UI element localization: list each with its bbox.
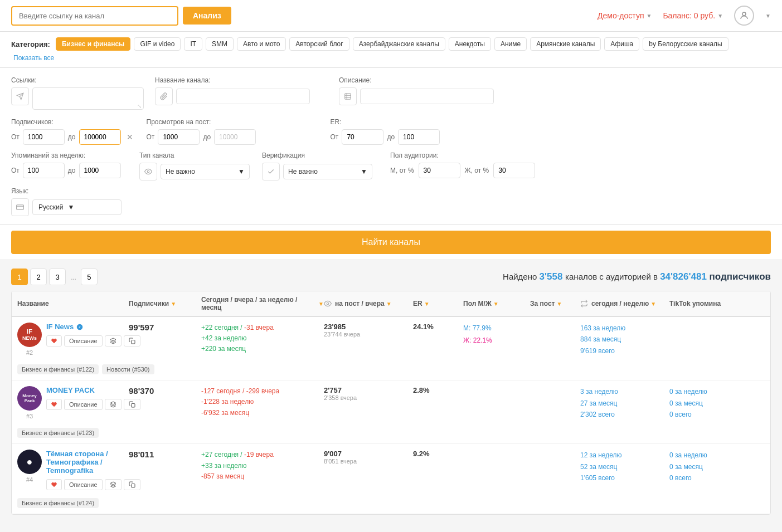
balance-btn[interactable]: Баланс: 0 руб. ▼ — [663, 11, 723, 20]
category-bel-btn[interactable]: by Белорусские каналы — [643, 37, 728, 51]
channel-name-if-news-link[interactable]: IF News — [46, 323, 74, 331]
page-5-btn[interactable]: 5 — [81, 269, 98, 285]
description-money-pack-btn[interactable]: Описание — [64, 399, 103, 410]
copy-money-pack-btn[interactable] — [124, 399, 140, 410]
views-dark-side: 9'007 8'051 вчера — [324, 450, 413, 465]
copy-dark-side-btn[interactable] — [124, 479, 140, 490]
action-btns-money-pack: Описание — [46, 399, 140, 410]
mentions-range: От до — [11, 163, 128, 178]
gender-if-news: М: 77.9% Ж: 22.1% — [463, 323, 530, 346]
language-value: Русский — [38, 203, 64, 211]
th-reposts[interactable]: сегодня / неделю ▼ — [580, 296, 669, 311]
user-avatar-btn[interactable] — [734, 6, 754, 26]
channel-type-select[interactable]: Не важно ▼ — [161, 164, 250, 179]
description-dark-side-btn[interactable]: Описание — [64, 479, 103, 490]
favorite-money-pack-btn[interactable] — [46, 399, 62, 410]
layers-if-news-btn[interactable] — [105, 335, 122, 346]
male-from-input[interactable] — [419, 163, 460, 178]
favorite-dark-side-btn[interactable] — [46, 479, 62, 490]
category-gif-btn[interactable]: GIF и video — [134, 37, 181, 51]
demo-access-btn[interactable]: Демо-доступ ▼ — [598, 11, 652, 20]
dynamics-dark-side: +27 сегодня / -19 вчера +33 за неделю -8… — [201, 450, 324, 482]
category-auto-btn[interactable]: Авто и мото — [237, 37, 286, 51]
tag-biz-dark-side[interactable]: Бизнес и финансы (#124) — [17, 498, 99, 508]
verification-select[interactable]: Не важно ▼ — [283, 164, 372, 179]
th-gender[interactable]: Пол М/Ж ▼ — [463, 296, 530, 311]
views-to-label: до — [203, 133, 211, 141]
reposts-money-pack: 3 за неделю 27 за месяц 2'302 всего — [580, 386, 669, 420]
category-biz-btn[interactable]: Бизнес и финансы — [56, 37, 130, 51]
category-smm-btn[interactable]: SMM — [206, 37, 234, 51]
channel-type-icon — [139, 163, 157, 180]
category-author-btn[interactable]: Авторский блог — [289, 37, 349, 51]
views-from-label: От — [147, 133, 155, 141]
channel-info-money-pack: MoneyPack #3 MONEY PACK Описание — [17, 386, 129, 419]
analyze-button[interactable]: Анализ — [183, 7, 231, 25]
views-to-input[interactable] — [214, 129, 256, 145]
subscribers-from-input[interactable] — [23, 129, 65, 145]
subscribers-to-input[interactable] — [79, 129, 121, 145]
er-to-input[interactable] — [398, 129, 440, 145]
er-from-input[interactable] — [342, 129, 383, 145]
copy-if-news-btn[interactable] — [124, 335, 140, 346]
sub-from-label: От — [11, 133, 20, 141]
tag-biz-money-pack[interactable]: Бизнес и финансы (#123) — [17, 428, 99, 438]
show-all-categories-btn[interactable]: Показать все — [13, 54, 54, 62]
category-it-btn[interactable]: IT — [184, 37, 202, 51]
page-1-btn[interactable]: 1 — [11, 269, 28, 285]
tag-biz-if-news[interactable]: Бизнес и финансы (#122) — [17, 364, 99, 374]
tag-news-if-news[interactable]: Новости (#530) — [102, 364, 154, 374]
th-er[interactable]: ER ▼ — [413, 296, 463, 311]
find-channels-button[interactable]: Найти каналы — [11, 231, 771, 254]
male-label: М, от % — [390, 167, 414, 174]
subscribers-clear-btn[interactable]: ✕ — [124, 133, 135, 141]
balance-chevron-icon: ▼ — [717, 13, 723, 19]
description-input[interactable] — [360, 89, 494, 104]
favorite-if-news-btn[interactable] — [46, 335, 62, 346]
subscribers-label: подписчиков — [710, 271, 771, 282]
channel-name-row: IF News — [46, 323, 140, 331]
language-filter-group: Язык: Русский ▼ — [11, 187, 122, 216]
sort-postcost-icon: ▼ — [557, 301, 562, 307]
th-dynamics[interactable]: Сегодня / вчера / за неделю / месяц ▼ — [201, 296, 324, 311]
category-arm-btn[interactable]: Армянские каналы — [530, 37, 601, 51]
channel-name-dark-side-link[interactable]: Тёмная сторона /Темнографика / Temnograf… — [46, 450, 140, 475]
header-right: Демо-доступ ▼ Баланс: 0 руб. ▼ ▼ — [598, 6, 771, 26]
links-textarea[interactable] — [32, 87, 144, 110]
resize-handle[interactable]: ⤡ — [137, 103, 142, 109]
filter-row-2: Подписчиков: От до ✕ Просмотров на пост:… — [11, 118, 771, 145]
channel-type-select-row: Не важно ▼ — [139, 163, 251, 180]
links-label: Ссылки: — [11, 76, 144, 84]
th-post-cost[interactable]: За пост ▼ — [530, 296, 580, 311]
mentions-to-label: до — [68, 167, 76, 174]
description-if-news-btn[interactable]: Описание — [64, 335, 103, 346]
svg-point-9 — [327, 302, 329, 305]
category-az-btn[interactable]: Азербайджанские каналы — [353, 37, 445, 51]
sort-er-icon: ▼ — [424, 301, 430, 307]
th-views[interactable]: на пост / вчера ▼ — [324, 296, 413, 311]
layers-dark-side-btn[interactable] — [105, 479, 122, 490]
channel-url-input[interactable] — [11, 6, 178, 26]
avatar-if-news: IF NEWs — [17, 323, 42, 347]
er-to-label: до — [387, 133, 395, 141]
category-afisha-btn[interactable]: Афиша — [604, 37, 639, 51]
channel-name-info-col-dark: Тёмная сторона /Темнографика / Temnograf… — [46, 450, 140, 490]
female-from-input[interactable] — [493, 163, 535, 178]
layers-money-pack-btn[interactable] — [105, 399, 122, 410]
th-subscribers[interactable]: Подписчики ▼ — [129, 296, 201, 311]
heart-icon — [51, 338, 57, 344]
tiktok-money-pack: 0 за неделю 0 за месяц 0 всего — [669, 386, 736, 420]
category-anime-btn[interactable]: Аниме — [494, 37, 527, 51]
page-2-btn[interactable]: 2 — [30, 269, 47, 285]
page-3-btn[interactable]: 3 — [49, 269, 66, 285]
mentions-to-input[interactable] — [79, 163, 121, 178]
category-anec-btn[interactable]: Анекдоты — [449, 37, 491, 51]
language-select[interactable]: Русский ▼ — [32, 199, 122, 215]
channel-name-input[interactable] — [176, 89, 310, 104]
channel-name-money-pack-link[interactable]: MONEY PACK — [46, 386, 140, 394]
mentions-from-input[interactable] — [23, 163, 65, 178]
description-label: Описание: — [339, 76, 501, 84]
tags-money-pack: Бизнес и финансы (#123) — [12, 426, 770, 443]
views-from-input[interactable] — [158, 129, 200, 145]
views-if-news: 23'985 23'744 вчера — [324, 323, 413, 338]
